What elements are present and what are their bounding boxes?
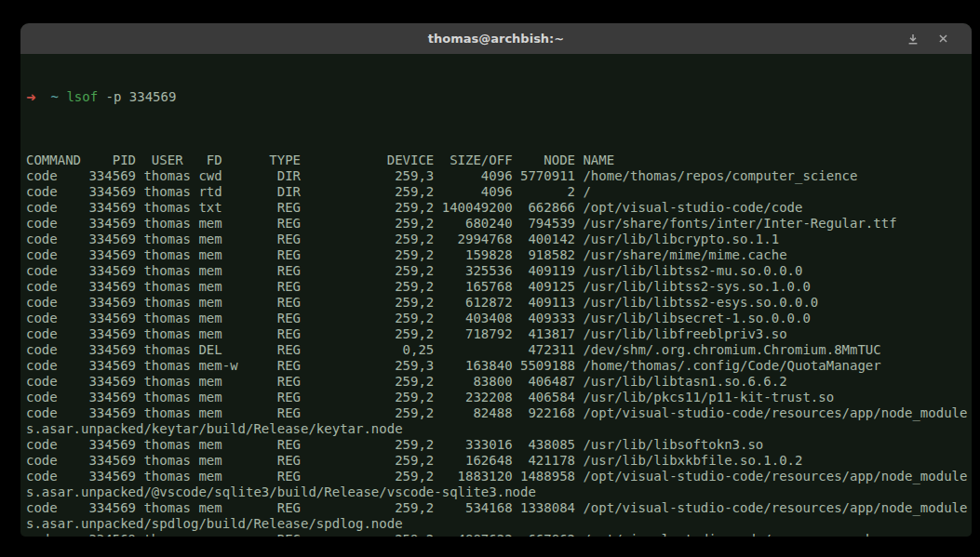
spacer bbox=[43, 89, 50, 104]
prompt-command: lsof bbox=[66, 89, 98, 104]
output-line: code 334569 thomas mem REG 259,2 534168 … bbox=[26, 500, 967, 516]
output-line: code 334569 thomas mem REG 259,2 718792 … bbox=[26, 326, 967, 342]
desktop-background: thomas@archbish:~ ➜ ~ lsof -p 334569 COM… bbox=[0, 0, 980, 557]
output-line: code 334569 thomas cwd DIR 259,3 4096 57… bbox=[26, 168, 967, 184]
prompt-line: ➜ ~ lsof -p 334569 bbox=[26, 89, 967, 105]
terminal-content[interactable]: ➜ ~ lsof -p 334569 COMMAND PID USER FD T… bbox=[20, 54, 972, 537]
output-line: code 334569 thomas mem REG 259,2 165768 … bbox=[26, 279, 967, 295]
spacer bbox=[98, 89, 105, 104]
output-line: code 334569 thomas mem REG 259,2 333016 … bbox=[26, 437, 967, 453]
output-line: code 334569 thomas mem REG 259,2 4887622… bbox=[26, 532, 967, 537]
window-title: thomas@archbish:~ bbox=[428, 32, 564, 46]
download-icon[interactable] bbox=[906, 33, 920, 46]
output-line: code 334569 thomas mem REG 259,2 680240 … bbox=[26, 216, 967, 232]
prompt-cwd: ~ bbox=[51, 89, 59, 104]
output-line: code 334569 thomas mem REG 259,2 162648 … bbox=[26, 453, 967, 469]
output-line: s.asar.unpacked/keytar/build/Release/key… bbox=[26, 421, 967, 437]
output-line: code 334569 thomas txt REG 259,2 1400492… bbox=[26, 200, 967, 216]
output-line: code 334569 thomas mem REG 259,2 403408 … bbox=[26, 311, 967, 326]
output-line: code 334569 thomas mem-w REG 259,3 16384… bbox=[26, 358, 967, 374]
output-line: code 334569 thomas mem REG 259,2 232208 … bbox=[26, 390, 967, 405]
output-line: code 334569 thomas mem REG 259,2 1883120… bbox=[26, 469, 967, 484]
lsof-output: COMMAND PID USER FD TYPE DEVICE SIZE/OFF… bbox=[26, 153, 967, 537]
window-controls bbox=[906, 23, 949, 54]
output-line: code 334569 thomas mem REG 259,2 2994768… bbox=[26, 232, 967, 247]
output-line: s.asar.unpacked/@vscode/sqlite3/build/Re… bbox=[26, 484, 967, 500]
output-line: s.asar.unpacked/spdlog/build/Release/spd… bbox=[26, 516, 967, 532]
close-icon[interactable] bbox=[937, 33, 949, 45]
output-line: code 334569 thomas rtd DIR 259,2 4096 2 … bbox=[26, 184, 967, 200]
titlebar[interactable]: thomas@archbish:~ bbox=[20, 23, 972, 54]
terminal-window: thomas@archbish:~ ➜ ~ lsof -p 334569 COM… bbox=[20, 23, 972, 537]
prompt-arrow-icon: ➜ bbox=[26, 89, 43, 105]
output-line: code 334569 thomas mem REG 259,2 159828 … bbox=[26, 247, 967, 263]
output-line: code 334569 thomas DEL REG 0,25 472311 /… bbox=[26, 342, 967, 358]
output-line: code 334569 thomas mem REG 259,2 612872 … bbox=[26, 295, 967, 311]
output-line: code 334569 thomas mem REG 259,2 83800 4… bbox=[26, 374, 967, 390]
output-line: code 334569 thomas mem REG 259,2 82488 9… bbox=[26, 405, 967, 421]
output-line: COMMAND PID USER FD TYPE DEVICE SIZE/OFF… bbox=[26, 153, 967, 168]
output-line: code 334569 thomas mem REG 259,2 325536 … bbox=[26, 263, 967, 279]
prompt-args: -p 334569 bbox=[106, 89, 177, 104]
